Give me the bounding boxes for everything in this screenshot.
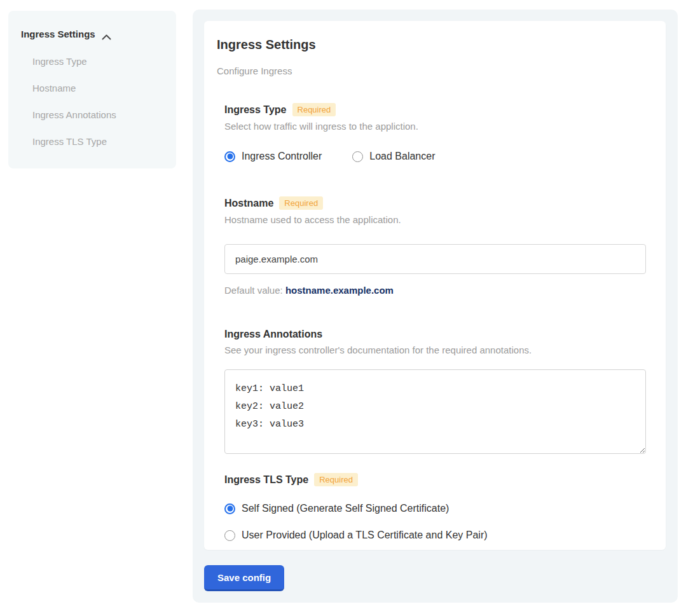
page-title: Ingress Settings	[217, 38, 645, 52]
annotations-textarea[interactable]: key1: value1 key2: value2 key3: value3	[224, 369, 646, 454]
ingress-type-help: Select how traffic will ingress to the a…	[224, 121, 645, 132]
tls-type-label: Ingress TLS Type	[224, 474, 308, 486]
field-group-hostname: Hostname Required Hostname used to acces…	[224, 196, 645, 296]
field-group-ingress-tls-type: Ingress TLS Type Required Self Signed (G…	[224, 473, 645, 541]
radio-label: Self Signed (Generate Self Signed Certif…	[242, 503, 449, 514]
radio-label: User Provided (Upload a TLS Certificate …	[242, 530, 488, 541]
field-group-ingress-type: Ingress Type Required Select how traffic…	[224, 103, 645, 162]
config-card: Ingress Settings Configure Ingress Ingre…	[204, 21, 666, 550]
annotations-help: See your ingress controller's documentat…	[224, 345, 645, 355]
ingress-type-label: Ingress Type	[224, 104, 287, 116]
radio-option-ingress-controller[interactable]: Ingress Controller	[224, 151, 322, 162]
save-config-button[interactable]: Save config	[204, 565, 284, 591]
radio-selected-icon[interactable]	[224, 151, 235, 162]
ingress-type-label-row: Ingress Type Required	[224, 103, 645, 116]
radio-option-user-provided[interactable]: User Provided (Upload a TLS Certificate …	[224, 530, 645, 541]
radio-option-load-balancer[interactable]: Load Balancer	[352, 151, 435, 162]
hostname-default-line: Default value: hostname.example.com	[224, 285, 645, 296]
radio-label: Ingress Controller	[242, 151, 322, 162]
sidebar-item-hostname[interactable]: Hostname	[32, 82, 163, 95]
annotations-label: Ingress Annotations	[224, 329, 322, 340]
sidebar-group-label: Ingress Settings	[21, 29, 95, 39]
sidebar-item-ingress-type[interactable]: Ingress Type	[32, 55, 163, 68]
tls-type-label-row: Ingress TLS Type Required	[224, 473, 645, 486]
required-badge: Required	[279, 196, 323, 210]
required-badge: Required	[314, 473, 358, 486]
radio-unselected-icon[interactable]	[352, 151, 363, 162]
default-value-text: hostname.example.com	[285, 285, 394, 296]
radio-label: Load Balancer	[369, 151, 435, 162]
config-sidebar: Ingress Settings Ingress Type Hostname I…	[8, 11, 176, 168]
config-panel: Ingress Settings Configure Ingress Ingre…	[193, 10, 678, 603]
hostname-label: Hostname	[224, 198, 273, 209]
hostname-input[interactable]	[224, 244, 646, 274]
sidebar-item-list: Ingress Type Hostname Ingress Annotation…	[32, 55, 163, 148]
sidebar-group-ingress-settings[interactable]: Ingress Settings	[21, 29, 163, 39]
ingress-type-options: Ingress Controller Load Balancer	[224, 151, 645, 162]
hostname-help: Hostname used to access the application.	[224, 214, 645, 225]
radio-unselected-icon[interactable]	[224, 530, 235, 541]
hostname-label-row: Hostname Required	[224, 196, 645, 210]
tls-type-options: Self Signed (Generate Self Signed Certif…	[224, 503, 645, 541]
radio-selected-icon[interactable]	[224, 503, 235, 514]
required-badge: Required	[292, 103, 336, 116]
sidebar-item-ingress-tls-type[interactable]: Ingress TLS Type	[32, 135, 163, 148]
annotations-label-row: Ingress Annotations	[224, 329, 645, 340]
default-value-prefix: Default value:	[224, 285, 285, 296]
page-subtitle: Configure Ingress	[217, 65, 645, 76]
radio-option-self-signed[interactable]: Self Signed (Generate Self Signed Certif…	[224, 503, 645, 514]
chevron-up-icon	[102, 31, 111, 37]
field-group-ingress-annotations: Ingress Annotations See your ingress con…	[224, 329, 645, 454]
sidebar-item-ingress-annotations[interactable]: Ingress Annotations	[32, 109, 163, 121]
